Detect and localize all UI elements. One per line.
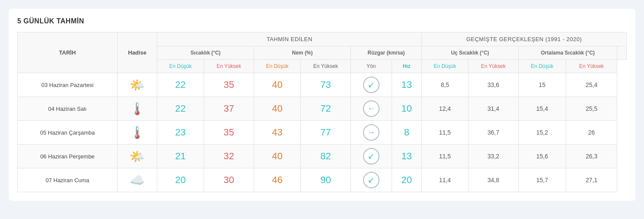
ort-yuksek-cell: 26,3 — [566, 145, 617, 168]
ruzgar-hiz-cell: 20 — [392, 168, 421, 192]
ort-dusuk-cell: 15,7 — [518, 168, 566, 192]
ruzgar-hiz-cell: 13 — [392, 73, 421, 97]
sicaklik-yuksek-cell: 35 — [204, 73, 254, 97]
sicaklik-dusuk-cell: 22 — [157, 97, 204, 121]
nem-subheader: Nem (%) — [254, 46, 351, 60]
sicaklik-dusuk-cell: 21 — [157, 145, 204, 168]
nem-dusuk-cell: 40 — [254, 73, 301, 97]
uc-dusuk-cell: 11,4 — [422, 168, 469, 192]
nem-en-dusuk-header: En Düşük — [254, 60, 301, 73]
date-cell: 05 Haziran Çarşamba — [18, 121, 118, 145]
uc-yuksek-cell: 36,7 — [468, 121, 518, 145]
sicaklik-en-yuksek-header: En Yüksek — [204, 60, 254, 73]
ort-dusuk-cell: 15 — [518, 73, 566, 97]
date-cell: 04 Haziran Salı — [18, 97, 118, 121]
forecast-table: TARİH Hadise TAHMİN EDİLEN GEÇMİŞTE GERÇ… — [17, 32, 627, 192]
sicaklik-yuksek-cell: 35 — [204, 121, 254, 145]
sicaklik-yuksek-cell: 32 — [204, 145, 254, 168]
nem-dusuk-cell: 43 — [254, 121, 301, 145]
ort-en-yuksek-header: En Yüksek — [566, 60, 617, 73]
sicaklik-subheader: Sıcaklık (°C) — [157, 46, 254, 60]
nem-dusuk-cell: 46 — [254, 168, 301, 192]
hadise-cell: 🌤️ — [118, 145, 157, 168]
date-cell: 07 Haziran Cuma — [18, 168, 118, 192]
nem-en-yuksek-header: En Yüksek — [300, 60, 351, 73]
tahmin-group-header: TAHMİN EDİLEN — [157, 32, 422, 46]
nem-dusuk-cell: 40 — [254, 145, 301, 168]
nem-dusuk-cell: 40 — [254, 97, 301, 121]
uc-en-dusuk-header: En Düşük — [422, 60, 469, 73]
sicaklik-yuksek-cell: 37 — [204, 97, 254, 121]
hadise-cell: 🌤️ — [118, 73, 157, 97]
ort-sicaklik-subheader: Ortalama Sıcaklık (°C) — [518, 46, 617, 60]
table-row: 06 Haziran Perşembe 🌤️ 21 32 40 82 ↙ 13 … — [18, 145, 627, 168]
nem-yuksek-cell: 90 — [300, 168, 351, 192]
table-row: 07 Haziran Cuma ☁️ 20 30 46 90 ↙ 20 11,4… — [18, 168, 627, 192]
ort-en-dusuk-header: En Düşük — [518, 60, 566, 73]
hadise-header: Hadise — [118, 32, 157, 73]
ort-yuksek-cell: 26 — [566, 121, 617, 145]
hadise-cell: 🌡️ — [118, 97, 157, 121]
sicaklik-dusuk-cell: 23 — [157, 121, 204, 145]
uc-yuksek-cell: 33,2 — [468, 145, 518, 168]
date-cell: 06 Haziran Perşembe — [18, 145, 118, 168]
ruzgar-yon-cell: → — [351, 121, 392, 145]
date-cell: 03 Haziran Pazartesi — [18, 73, 118, 97]
uc-yuksek-cell: 34,8 — [468, 168, 518, 192]
nem-yuksek-cell: 77 — [300, 121, 351, 145]
ruzgar-yon-cell: ↙ — [351, 168, 392, 192]
nem-yuksek-cell: 72 — [300, 97, 351, 121]
ruzgar-hiz-cell: 8 — [392, 121, 421, 145]
hadise-cell: ☁️ — [118, 168, 157, 192]
ort-dusuk-cell: 15,4 — [518, 97, 566, 121]
nem-yuksek-cell: 82 — [300, 145, 351, 168]
ruzgar-yon-cell: ↙ — [351, 73, 392, 97]
uc-dusuk-cell: 11,5 — [422, 145, 469, 168]
ruzgar-hiz-cell: 13 — [392, 145, 421, 168]
gecmis-group-header: GEÇMİŞTE GERÇEKLEŞEN (1991 - 2020) — [422, 32, 627, 46]
ruzgar-yon-cell: ↙ — [351, 145, 392, 168]
table-body: 03 Haziran Pazartesi 🌤️ 22 35 40 73 ↙ 13… — [18, 73, 627, 192]
ort-yuksek-cell: 25,5 — [566, 97, 617, 121]
sicaklik-en-dusuk-header: En Düşük — [157, 60, 204, 73]
uc-dusuk-cell: 8,5 — [422, 73, 469, 97]
uc-sicaklik-subheader: Uç Sıcaklık (°C) — [422, 46, 519, 60]
page-title: 5 GÜNLÜK TAHMİN — [17, 17, 627, 25]
ort-dusuk-cell: 15,2 — [518, 121, 566, 145]
empty-subheader — [617, 46, 627, 60]
hadise-cell: 🌡️ — [118, 121, 157, 145]
ort-yuksek-cell: 25,4 — [566, 73, 617, 97]
hiz-header: Hız — [392, 60, 421, 73]
ruzgar-yon-cell: ← — [351, 97, 392, 121]
sicaklik-dusuk-cell: 20 — [157, 168, 204, 192]
nem-yuksek-cell: 73 — [300, 73, 351, 97]
uc-dusuk-cell: 11,5 — [422, 121, 469, 145]
ort-dusuk-cell: 15,6 — [518, 145, 566, 168]
ruzgar-subheader: Rüzgar (km/sa) — [351, 46, 422, 60]
tarih-header: TARİH — [18, 32, 118, 73]
table-row: 05 Haziran Çarşamba 🌡️ 23 35 43 77 → 8 1… — [18, 121, 627, 145]
sicaklik-dusuk-cell: 22 — [157, 73, 204, 97]
table-row: 03 Haziran Pazartesi 🌤️ 22 35 40 73 ↙ 13… — [18, 73, 627, 97]
main-container: 5 GÜNLÜK TAHMİN TARİH Hadise TAHMİN EDİL… — [9, 9, 635, 201]
uc-yuksek-cell: 33,6 — [468, 73, 518, 97]
sicaklik-yuksek-cell: 30 — [204, 168, 254, 192]
uc-dusuk-cell: 12,4 — [422, 97, 469, 121]
uc-en-yuksek-header: En Yüksek — [468, 60, 518, 73]
ruzgar-hiz-cell: 10 — [392, 97, 421, 121]
yon-header: Yön — [351, 60, 392, 73]
ort-yuksek-cell: 27,1 — [566, 168, 617, 192]
uc-yuksek-cell: 31,4 — [468, 97, 518, 121]
table-row: 04 Haziran Salı 🌡️ 22 37 40 72 ← 10 12,4… — [18, 97, 627, 121]
